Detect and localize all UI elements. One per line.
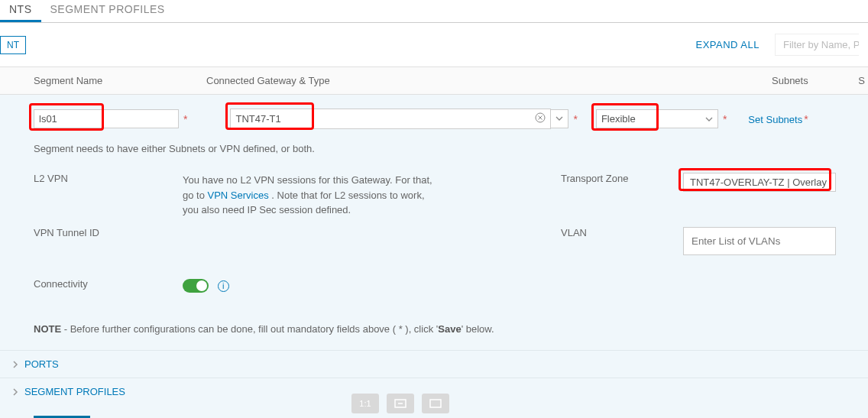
segment-name-input[interactable] (34, 109, 179, 128)
mandatory-note: NOTE - Before further configurations can… (0, 308, 868, 350)
filter-input[interactable]: Filter by Name, Path o (775, 34, 859, 56)
col-header-name: Segment Name (15, 75, 206, 86)
transport-zone-label: Transport Zone (561, 173, 683, 184)
chevron-right-icon (12, 361, 18, 368)
svg-rect-5 (430, 400, 441, 407)
required-asterisk: * (183, 113, 187, 125)
tab-segment-profiles[interactable]: SEGMENT PROFILES (41, 0, 174, 20)
gateway-dropdown[interactable]: TNT47-T1 (230, 109, 551, 129)
zoom-fit-button[interactable] (387, 394, 414, 413)
required-asterisk: * (723, 113, 727, 125)
nt-button[interactable]: NT (0, 36, 26, 54)
gateway-chevron[interactable] (551, 109, 568, 128)
connectivity-label: Connectivity (34, 278, 183, 290)
required-asterisk: * (573, 113, 577, 125)
chevron-right-icon (12, 388, 18, 396)
zoom-1to1-button[interactable]: 1:1 (351, 394, 379, 413)
subnet-note: Segment needs to have either Subnets or … (0, 143, 868, 168)
vpn-tunnel-id-label: VPN Tunnel ID (34, 227, 183, 238)
segment-form: * TNT47-T1 * Flexible * Set Subnets* (0, 95, 868, 418)
set-subnets-link[interactable]: Set Subnets* (748, 113, 808, 125)
clear-icon[interactable] (535, 112, 546, 125)
zoom-controls: 1:1 (351, 394, 449, 413)
type-dropdown[interactable]: Flexible (596, 109, 718, 128)
expand-all-link[interactable]: EXPAND ALL (695, 39, 760, 50)
l2vpn-text: You have no L2 VPN sessions for this Gat… (183, 173, 439, 218)
vlan-label: VLAN (561, 227, 683, 238)
col-header-s: S (858, 75, 868, 86)
vlan-input[interactable] (683, 227, 836, 255)
toolbar: NT EXPAND ALL Filter by Name, Path o (0, 23, 868, 66)
col-header-subnets: Subnets (764, 75, 808, 86)
type-value: Flexible (601, 113, 705, 125)
l2vpn-label: L2 VPN (34, 173, 183, 184)
gateway-value: TNT47-T1 (235, 113, 535, 125)
expander-ports[interactable]: PORTS (0, 350, 868, 377)
tab-segments[interactable]: NTS (0, 0, 41, 22)
info-icon[interactable]: i (218, 280, 229, 292)
column-headers: Segment Name Connected Gateway & Type Su… (0, 66, 868, 95)
zoom-screen-button[interactable] (422, 394, 449, 413)
col-header-gateway: Connected Gateway & Type (206, 75, 573, 86)
connectivity-toggle[interactable] (183, 279, 209, 293)
transport-zone-value: TNT47-OVERLAY-TZ | Overlay (683, 173, 836, 192)
vpn-services-link[interactable]: VPN Services (208, 190, 269, 201)
tab-bar: NTS SEGMENT PROFILES (0, 0, 868, 23)
